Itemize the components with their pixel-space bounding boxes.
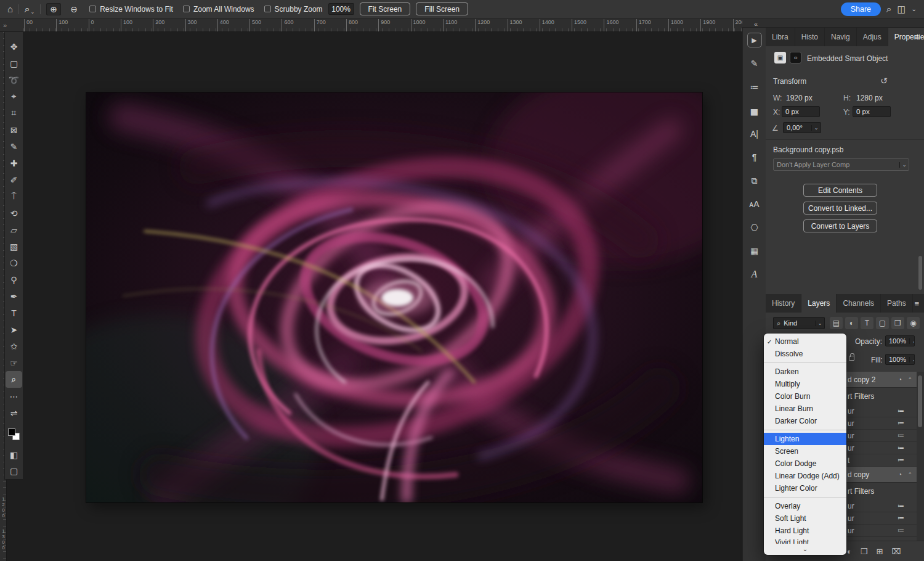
new-layer-button[interactable]: ⊞ xyxy=(877,547,883,556)
scrollbar-thumb[interactable] xyxy=(918,375,922,427)
exchange-colors-icon[interactable]: ⇌ xyxy=(6,404,22,421)
option-checkbox[interactable]: Resize Windows to Fit xyxy=(89,5,173,14)
blend-mode-option[interactable]: Hard Light xyxy=(764,525,846,537)
blend-mode-option[interactable]: Color Burn xyxy=(764,390,846,403)
blend-mode-option[interactable]: Darken xyxy=(764,366,846,378)
filter-toggle[interactable]: ◉ xyxy=(907,317,920,329)
frame-tool[interactable]: ⊠ xyxy=(6,121,22,138)
blend-mode-option[interactable] xyxy=(764,494,846,500)
color-swatches[interactable] xyxy=(8,428,20,440)
move-tool[interactable]: ✥ xyxy=(6,38,22,55)
filter-options-icon[interactable]: ≔ xyxy=(898,419,904,427)
collapse-chevron-icon[interactable]: ⌃ xyxy=(907,472,912,478)
layers-tab[interactable]: Layers xyxy=(801,294,837,313)
mask-thumbnail[interactable]: ○ xyxy=(790,52,801,63)
blend-mode-option[interactable]: Linear Dodge (Add) xyxy=(764,470,846,482)
blend-mode-option[interactable]: Dissolve xyxy=(764,348,846,360)
option-checkbox[interactable]: Scrubby Zoom xyxy=(264,5,323,14)
panel-menu-icon[interactable]: ≡ xyxy=(914,33,919,42)
filter-pixel-layers[interactable]: ▤ xyxy=(830,317,843,329)
lasso-tool[interactable]: ➰ xyxy=(6,72,22,88)
layers-tab[interactable]: History xyxy=(766,294,801,313)
properties-tab[interactable]: Navig xyxy=(825,28,857,46)
brush-tool[interactable]: ✐ xyxy=(6,171,22,188)
layer-filter-kind-select[interactable]: ⌕ Kind ⌄ xyxy=(773,317,825,329)
eyedropper-tool[interactable]: ✎ xyxy=(6,138,22,155)
canvas[interactable] xyxy=(86,92,702,502)
menu-scroll-down-icon[interactable]: ⌄ xyxy=(764,544,846,554)
blend-mode-option[interactable]: Vivid Light xyxy=(764,537,846,544)
collapse-panels-icon[interactable]: « xyxy=(754,20,758,28)
fit-screen-button[interactable]: Fit Screen xyxy=(360,2,411,15)
hand-tool[interactable]: ☞ xyxy=(6,354,22,371)
properties-tab[interactable]: Libra xyxy=(766,28,795,46)
scrollbar-thumb[interactable] xyxy=(918,256,922,290)
search-icon[interactable]: ⌕ xyxy=(886,4,891,15)
blend-mode-option[interactable]: Lighter Color xyxy=(764,482,846,494)
history-brush-tool[interactable]: ⟲ xyxy=(6,205,22,221)
panel-adjustments[interactable]: ≔ xyxy=(747,80,762,94)
layers-tab[interactable]: Channels xyxy=(837,294,881,313)
filter-type-layers[interactable]: T xyxy=(861,317,873,329)
smart-object-thumbnail[interactable]: ▣ xyxy=(774,52,786,63)
current-tool-icon[interactable]: ⌕ ⌄ xyxy=(25,4,34,15)
filter-options-icon[interactable]: ≔ xyxy=(898,432,904,440)
adjustment-layer-button[interactable]: ◐ xyxy=(847,547,852,556)
panel-layer-comps[interactable]: ⧉ xyxy=(747,173,762,188)
filter-options-icon[interactable]: ≔ xyxy=(898,456,904,464)
group-layers-button[interactable]: ❒ xyxy=(861,547,868,556)
screen-mode-button[interactable]: ▢ xyxy=(6,463,22,479)
fill-select[interactable]: 100% ⌄ xyxy=(885,354,915,365)
reset-transform-icon[interactable]: ↺ xyxy=(880,76,888,86)
zoom-in-button[interactable]: ⊕ xyxy=(46,3,61,15)
filter-options-icon[interactable]: ≔ xyxy=(898,514,904,522)
panel-paragraph[interactable]: ¶ xyxy=(747,150,762,165)
type-tool[interactable]: T xyxy=(6,305,22,321)
panel-glyphs[interactable]: ᴀA xyxy=(747,197,762,211)
blend-mode-option[interactable]: Screen xyxy=(764,445,846,457)
blend-mode-option[interactable]: Overlay xyxy=(764,500,846,512)
blend-mode-option[interactable]: Lighten xyxy=(764,433,846,445)
panel-histogram[interactable]: ▅ xyxy=(747,103,762,118)
delete-layer-button[interactable]: ⌧ xyxy=(891,547,901,556)
workspace-chevron-icon[interactable]: ⌄ xyxy=(912,6,917,12)
home-icon[interactable]: ⌂ xyxy=(7,4,13,14)
properties-action-button[interactable]: Convert to Linked... xyxy=(803,202,877,215)
pen-tool[interactable]: ✒ xyxy=(6,288,22,305)
fill-screen-button[interactable]: Fill Screen xyxy=(416,2,468,15)
layer-comp-select[interactable]: Don't Apply Layer Comp ⌄ xyxy=(773,158,909,171)
properties-action-button[interactable]: Convert to Layers xyxy=(803,219,877,232)
foreground-color-swatch[interactable] xyxy=(8,428,15,436)
quick-mask-button[interactable]: ◧ xyxy=(6,446,22,462)
zoom-out-button[interactable]: ⊖ xyxy=(67,3,81,15)
x-input[interactable] xyxy=(782,106,820,117)
panel-character[interactable]: A| xyxy=(747,126,762,141)
eraser-tool[interactable]: ▱ xyxy=(6,221,22,238)
filter-options-icon[interactable]: ≔ xyxy=(898,526,904,534)
filter-adjustment-layers[interactable]: ◐ xyxy=(845,317,858,329)
edit-toolbar-ellipsis[interactable]: ⋯ xyxy=(6,388,22,404)
rectangular-marquee-tool[interactable]: ▢ xyxy=(6,55,22,72)
blend-mode-option[interactable] xyxy=(764,427,846,433)
angle-select[interactable]: 0,00° ⌄ xyxy=(783,122,821,133)
properties-tab[interactable]: Histo xyxy=(795,28,825,46)
blend-mode-option[interactable]: Multiply xyxy=(764,378,846,390)
width-value[interactable]: 1920 px xyxy=(786,94,813,102)
filter-smart-objects[interactable]: ❒ xyxy=(891,317,904,329)
filter-options-icon[interactable]: ≔ xyxy=(898,407,904,415)
zoom-level-input[interactable] xyxy=(328,3,354,15)
scrollbar-track[interactable] xyxy=(917,372,924,541)
blend-mode-option[interactable]: ✓ Normal xyxy=(764,335,846,348)
blend-mode-option[interactable]: Color Dodge xyxy=(764,457,846,470)
gradient-tool[interactable]: ▧ xyxy=(6,238,22,255)
healing-brush-tool[interactable]: ✚ xyxy=(6,155,22,171)
path-selection-tool[interactable]: ➤ xyxy=(6,321,22,338)
blend-mode-option[interactable] xyxy=(764,360,846,366)
opacity-select[interactable]: 100% ⌄ xyxy=(885,335,915,346)
clone-stamp-tool[interactable]: ⍑ xyxy=(6,188,22,205)
panel-tool-presets[interactable]: ✎ xyxy=(747,56,762,71)
share-button[interactable]: Share xyxy=(841,2,881,16)
blur-tool[interactable]: ❍ xyxy=(6,255,22,271)
properties-tab[interactable]: Adjus xyxy=(857,28,888,46)
properties-action-button[interactable]: Edit Contents xyxy=(803,184,877,197)
